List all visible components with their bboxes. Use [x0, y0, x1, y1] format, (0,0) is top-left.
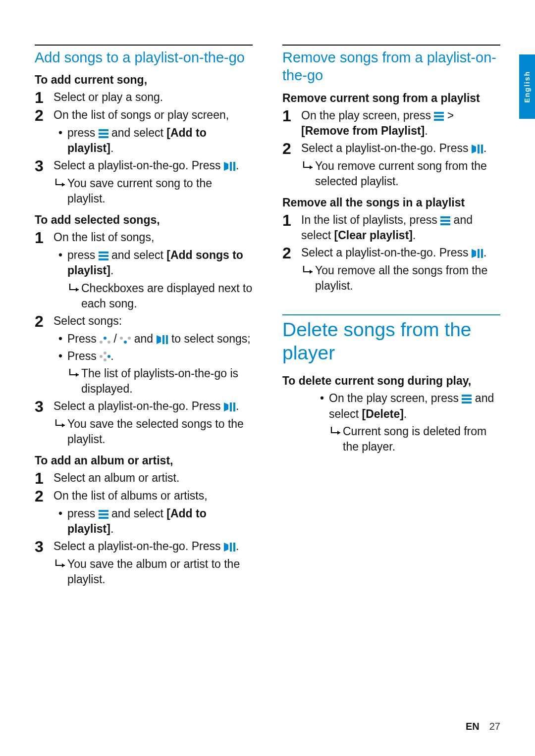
step-text: Select songs: [54, 313, 253, 329]
footer-page: 27 [489, 721, 500, 732]
step-number: 2 [282, 141, 301, 156]
result-arrow-icon [54, 176, 67, 188]
result-arrow-icon [329, 424, 343, 436]
menu-icon [99, 252, 108, 260]
menu-icon [99, 129, 108, 138]
subhead-remove-current: Remove current song from a playlist [282, 92, 500, 105]
language-tab: English [519, 54, 535, 119]
result-arrow-icon [54, 556, 67, 568]
step-text: On the list of albums or artists, [54, 488, 253, 504]
bullet-dot: • [54, 331, 67, 347]
step-number: 3 [35, 539, 54, 554]
step-text: Select a playlist-on-the-go. Press . [301, 245, 500, 260]
menu-icon [462, 395, 472, 403]
bullet-text: press and select [Add songs to playlist]… [67, 248, 253, 278]
step-text: Select a playlist-on-the-go. Press . [54, 158, 253, 173]
dots-right-icon [100, 352, 110, 361]
heading-remove-songs: Remove songs from a playlist-on-the-go [282, 45, 500, 85]
bullet-dot: • [54, 125, 67, 141]
step-text: Select an album or artist. [54, 470, 253, 486]
play-pause-icon [224, 543, 236, 552]
subhead-add-current: To add current song, [35, 73, 253, 87]
page-footer: EN 27 [466, 721, 500, 732]
step-number: 3 [35, 399, 54, 414]
step-number: 1 [282, 212, 301, 228]
step-number: 2 [282, 245, 301, 261]
bullet-text: Press . [67, 349, 253, 364]
step-text: On the list of songs, [54, 230, 253, 245]
step-number: 2 [35, 107, 54, 123]
menu-icon [99, 510, 108, 519]
step-text: Select or play a song. [54, 90, 253, 105]
heading-add-songs: Add songs to a playlist-on-the-go [35, 45, 253, 66]
result-text: You save current song to the playlist. [67, 176, 253, 206]
dots-up-icon [100, 335, 110, 344]
subhead-remove-all: Remove all the songs in a playlist [282, 196, 500, 209]
result-arrow-icon [67, 281, 81, 293]
result-arrow-icon [54, 416, 67, 428]
subhead-add-selected: To add selected songs, [35, 213, 253, 227]
play-pause-icon [224, 162, 236, 171]
step-text: On the play screen, press > [Remove from… [301, 108, 500, 139]
result-arrow-icon [301, 263, 315, 275]
language-tab-label: English [523, 71, 531, 103]
step-number: 1 [35, 470, 54, 486]
dots-down-icon [120, 335, 131, 344]
bullet-text: press and select [Add to playlist]. [67, 506, 253, 537]
bullet-dot: • [315, 391, 329, 406]
step-number: 1 [282, 108, 301, 124]
step-text: On the list of songs or play screen, [54, 107, 253, 123]
result-text: The list of playlists-on-the-go is displ… [81, 366, 253, 397]
menu-icon [434, 112, 444, 121]
step-number: 2 [35, 313, 54, 329]
step-number: 2 [35, 488, 54, 504]
left-column: Add songs to a playlist-on-the-go To add… [35, 40, 253, 589]
bullet-dot: • [54, 349, 67, 364]
footer-lang: EN [466, 721, 480, 732]
step-text: Select a playlist-on-the-go. Press . [301, 141, 500, 156]
step-number: 3 [35, 158, 54, 174]
play-pause-icon [224, 403, 236, 411]
play-pause-icon [472, 145, 483, 153]
result-text: You remove current song from the selecte… [315, 158, 500, 189]
menu-icon [440, 216, 450, 225]
step-number: 1 [35, 90, 54, 105]
result-text: You save the album or artist to the play… [67, 556, 253, 587]
result-text: Checkboxes are displayed next to each so… [81, 281, 253, 311]
play-pause-icon [157, 335, 168, 344]
result-text: You save the selected songs to the playl… [67, 416, 253, 447]
right-column: Remove songs from a playlist-on-the-go R… [282, 40, 500, 589]
step-text: In the list of playlists, press and sele… [301, 212, 500, 243]
bullet-text: press and select [Add to playlist]. [67, 125, 253, 156]
bullet-text: Press / and to select songs; [67, 331, 253, 347]
subhead-delete-current: To delete current song during play, [282, 374, 500, 388]
result-arrow-icon [67, 366, 81, 378]
subhead-add-album: To add an album or artist, [35, 454, 253, 467]
bullet-dot: • [54, 506, 67, 521]
step-text: Select a playlist-on-the-go. Press . [54, 539, 253, 554]
result-arrow-icon [301, 158, 315, 170]
bullet-dot: • [54, 248, 67, 263]
bullet-text: On the play screen, press and select [De… [329, 391, 500, 421]
result-text: Current song is deleted from the player. [343, 424, 500, 454]
step-number: 1 [35, 230, 54, 246]
step-text: Select a playlist-on-the-go. Press . [54, 399, 253, 414]
result-text: You remove all the songs from the playli… [315, 263, 500, 294]
heading-delete-songs: Delete songs from the player [282, 314, 500, 365]
play-pause-icon [472, 249, 483, 258]
